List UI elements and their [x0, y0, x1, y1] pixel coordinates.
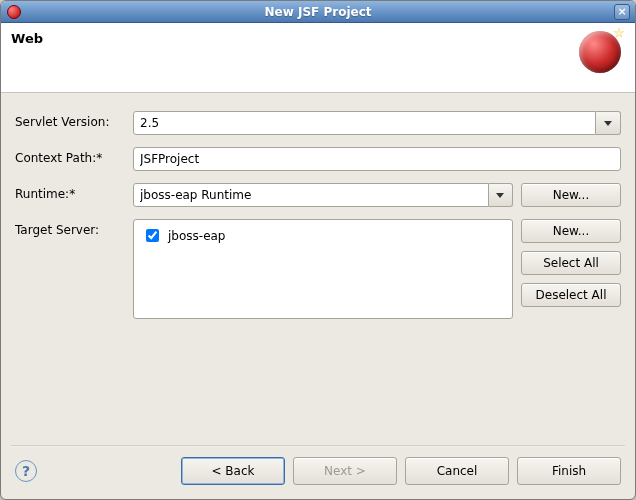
titlebar: New JSF Project × — [1, 1, 635, 23]
target-server-label: Target Server: — [15, 219, 127, 237]
help-icon: ? — [22, 463, 30, 479]
servlet-version-input[interactable] — [133, 111, 596, 135]
titlebar-right: × — [613, 4, 631, 20]
form-grid: Servlet Version: Context Path:* Runtime:… — [15, 111, 621, 319]
context-path-label: Context Path:* — [15, 147, 127, 165]
chevron-down-icon — [496, 193, 504, 198]
wizard-footer: ? < Back Next > Cancel Finish — [1, 447, 635, 499]
cancel-button[interactable]: Cancel — [405, 457, 509, 485]
select-all-button[interactable]: Select All — [521, 251, 621, 275]
runtime-new-button[interactable]: New... — [521, 183, 621, 207]
titlebar-left — [5, 5, 23, 19]
runtime-dropdown-button[interactable] — [489, 183, 513, 207]
runtime-label: Runtime:* — [15, 183, 127, 201]
context-path-input[interactable] — [133, 147, 621, 171]
next-button[interactable]: Next > — [293, 457, 397, 485]
servlet-version-label: Servlet Version: — [15, 111, 127, 129]
target-server-row: jboss-eap New... Select All Deselect All — [133, 219, 621, 319]
servlet-version-combo[interactable] — [133, 111, 621, 135]
wizard-orb-icon — [579, 31, 621, 73]
target-server-name: jboss-eap — [168, 229, 225, 243]
footer-buttons: < Back Next > Cancel Finish — [181, 457, 621, 485]
deselect-all-button[interactable]: Deselect All — [521, 283, 621, 307]
chevron-down-icon — [604, 121, 612, 126]
help-button[interactable]: ? — [15, 460, 37, 482]
runtime-combo[interactable] — [133, 183, 513, 207]
finish-button[interactable]: Finish — [517, 457, 621, 485]
target-new-button[interactable]: New... — [521, 219, 621, 243]
wizard-header: Web — [1, 23, 635, 93]
wizard-content: Servlet Version: Context Path:* Runtime:… — [1, 93, 635, 433]
target-server-list[interactable]: jboss-eap — [133, 219, 513, 319]
target-server-side-buttons: New... Select All Deselect All — [521, 219, 621, 307]
back-button[interactable]: < Back — [181, 457, 285, 485]
close-button[interactable]: × — [614, 4, 630, 20]
close-icon: × — [617, 5, 626, 18]
runtime-row: New... — [133, 183, 621, 207]
target-server-checkbox[interactable] — [146, 229, 159, 242]
window-title: New JSF Project — [23, 5, 613, 19]
servlet-version-dropdown-button[interactable] — [596, 111, 621, 135]
target-server-item[interactable]: jboss-eap — [142, 226, 504, 245]
dialog-window: New JSF Project × Web Servlet Version: C… — [0, 0, 636, 500]
app-icon — [7, 5, 21, 19]
runtime-input[interactable] — [133, 183, 489, 207]
page-title: Web — [11, 31, 43, 46]
